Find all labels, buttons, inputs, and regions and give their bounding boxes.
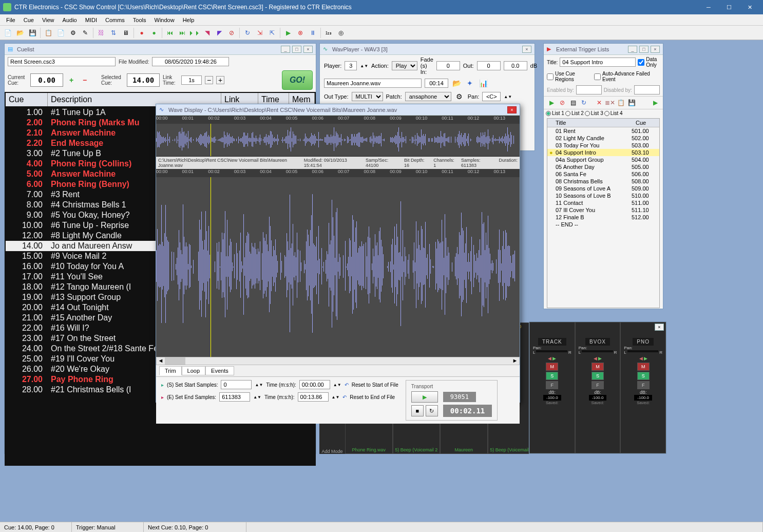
fade-out-input[interactable] — [477, 61, 501, 70]
panel-close-button[interactable]: × — [522, 46, 531, 53]
mixer2-channel[interactable]: PNO Pan: LR ◀▶ M S F dB: -100.0 Saved: — [620, 322, 666, 453]
rec-red-icon[interactable]: ● — [136, 27, 147, 39]
action-select[interactable]: Play — [392, 61, 417, 70]
pan-input[interactable] — [482, 92, 501, 101]
num123-icon[interactable]: 1₂₃ — [323, 27, 334, 39]
edit-icon[interactable]: ✎ — [80, 27, 91, 39]
trigger-row[interactable]: 05 Another Day505.00 — [547, 163, 659, 170]
go-button[interactable]: GO! — [282, 70, 313, 90]
fade-in-input[interactable] — [436, 61, 460, 70]
play-all-icon[interactable]: ⏵⏵ — [189, 27, 200, 39]
chart-icon[interactable]: 📊 — [478, 78, 488, 88]
trigger-row[interactable]: 12 Finale B512.00 — [547, 214, 659, 221]
stop-trigger-icon[interactable]: ⊘ — [558, 98, 567, 107]
renumber-icon[interactable]: ⇅ — [108, 27, 119, 39]
list-icon[interactable]: ▤ — [568, 98, 578, 107]
clear-icon[interactable]: ≣✕ — [605, 98, 615, 107]
end-samples-input[interactable] — [219, 392, 250, 402]
out-type-select[interactable]: MULTI — [352, 92, 383, 101]
trigger-row[interactable]: -- END -- — [547, 221, 659, 228]
list4-tab[interactable]: List 4 — [604, 110, 623, 116]
trigger-row[interactable]: 08 Christmas Bells508.00 — [547, 178, 659, 185]
trigger-row[interactable]: 01 Rent501.00 — [547, 127, 659, 135]
settings-icon[interactable]: ⚙ — [67, 27, 79, 39]
mixer2-channel[interactable]: BVOX Pan: LR ◀▶ M S F dB: -100.0 Saved: — [575, 322, 621, 453]
wave-hscrollbar[interactable]: ◄► — [156, 357, 520, 365]
menu-file[interactable]: File — [2, 16, 20, 24]
start-time-input[interactable] — [299, 380, 330, 389]
marker2-icon[interactable]: ◤ — [214, 27, 225, 39]
new-icon[interactable]: 📄 — [2, 27, 13, 39]
prev-cue-icon[interactable]: ⏮ — [164, 27, 176, 39]
trigger-row[interactable]: 04a Support Group504.00 — [547, 156, 659, 163]
list3-tab[interactable]: List 3 — [585, 110, 603, 116]
reset-end-button[interactable]: Reset to End of File — [350, 394, 395, 400]
menu-midi[interactable]: MIDI — [81, 16, 101, 24]
wave-overview[interactable] — [156, 124, 520, 157]
player-num-input[interactable] — [345, 61, 357, 70]
trigger-row[interactable]: 11 Contact511.00 — [547, 199, 659, 206]
patch-select[interactable]: ansaphone — [405, 92, 451, 101]
wavfile-input[interactable] — [324, 79, 422, 88]
delete-icon[interactable]: ✕ — [595, 98, 604, 107]
copy-icon[interactable]: 📋 — [43, 27, 54, 39]
wave-track[interactable] — [156, 177, 520, 357]
trigger-row[interactable]: 10 Seasons of Love B510.00 — [547, 192, 659, 199]
rec-green-icon[interactable]: ● — [148, 27, 160, 39]
col-cue[interactable]: Cue — [6, 93, 48, 106]
start-samples-input[interactable] — [221, 380, 252, 389]
trigger-row[interactable]: 09 Seasons of Love A509.00 — [547, 185, 659, 192]
menu-tools[interactable]: Tools — [129, 16, 150, 24]
panel-min-button[interactable]: _ — [281, 46, 290, 53]
menu-audio[interactable]: Audio — [59, 16, 81, 24]
cancel-icon[interactable]: ⊘ — [226, 27, 237, 39]
paste-icon[interactable]: 📋 — [616, 98, 625, 107]
menu-comms[interactable]: Comms — [101, 16, 129, 24]
target-icon[interactable]: ◎ — [335, 27, 347, 39]
panel-close-button[interactable]: × — [303, 46, 313, 53]
menu-help[interactable]: Help — [179, 16, 199, 24]
tab-events[interactable]: Events — [205, 366, 234, 375]
menu-cue[interactable]: Cue — [20, 16, 38, 24]
patch-settings-icon[interactable]: ⚙ — [454, 91, 465, 102]
play-trigger-icon[interactable]: ▶ — [547, 98, 556, 107]
transport-play-button[interactable]: ▶ — [411, 391, 438, 403]
trigger-row[interactable]: 07 Ill Cover You511.10 — [547, 206, 659, 214]
trigger-title-input[interactable] — [560, 58, 636, 67]
redo-icon[interactable]: ↻ — [242, 27, 253, 39]
trigger-col-title[interactable]: Title — [554, 119, 634, 127]
add-cue-button[interactable]: + — [66, 75, 77, 85]
open-icon[interactable]: 📂 — [14, 27, 26, 39]
close-button[interactable]: ✕ — [739, 0, 760, 14]
data-only-checkbox[interactable]: Data Only — [638, 56, 660, 68]
play-icon[interactable]: ▶ — [282, 27, 294, 39]
trigger-col-cue[interactable]: Cue — [634, 119, 659, 127]
disabled-by-input[interactable] — [634, 85, 660, 94]
panel-max-button[interactable]: □ — [292, 46, 301, 53]
next-cue-icon[interactable]: ⏭ — [177, 27, 188, 39]
panel-min-button[interactable]: _ — [628, 46, 637, 53]
pause-icon[interactable]: ⏸ — [307, 27, 318, 39]
link-minus-button[interactable]: − — [205, 76, 213, 84]
transport-loop-button[interactable]: ↻ — [426, 405, 438, 416]
link-time-input[interactable] — [181, 75, 202, 85]
reload-icon[interactable]: ↻ — [579, 98, 588, 107]
tab-trim[interactable]: Trim — [159, 366, 182, 375]
trigger-row[interactable]: ●04 Support Intro503.10 — [547, 149, 659, 156]
list1-tab[interactable]: List 1 — [546, 110, 564, 116]
reset-start-button[interactable]: Reset to Start of File — [352, 382, 398, 388]
trigger-row[interactable]: 02 Light My Candle502.00 — [547, 135, 659, 142]
use-cue-regions-checkbox[interactable]: Use Cue Regions — [547, 71, 592, 82]
play-last-icon[interactable]: ▶ — [651, 98, 660, 107]
trigger-row[interactable]: 03 Today For You503.00 — [547, 142, 659, 149]
list2-tab[interactable]: List 2 — [565, 110, 584, 116]
browse-icon[interactable]: 📂 — [451, 78, 462, 88]
marker1-icon[interactable]: ◥ — [201, 27, 213, 39]
fade-db-input[interactable] — [504, 61, 527, 70]
end-time-input[interactable] — [298, 392, 329, 402]
pc-icon[interactable]: 🖥 — [120, 27, 131, 39]
tab-loop[interactable]: Loop — [182, 366, 205, 375]
auto-advance-checkbox[interactable]: Auto-Advance Failed Event — [594, 71, 660, 82]
link-plus-button[interactable]: + — [216, 76, 224, 84]
save-icon[interactable]: 💾 — [627, 98, 636, 107]
